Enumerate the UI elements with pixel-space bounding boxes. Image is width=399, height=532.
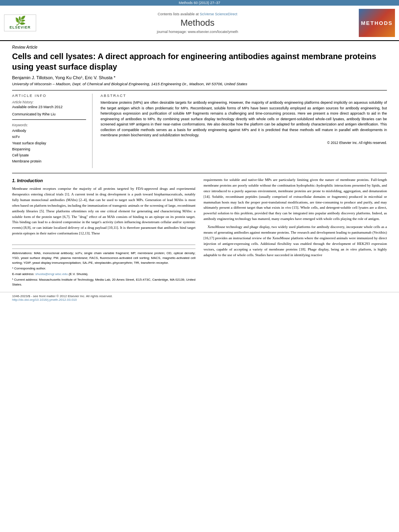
doi-line[interactable]: http://dx.doi.org/10.1016/j.ymeth.2012.0… <box>12 298 387 302</box>
corresponding-line: * Corresponding author. <box>12 266 195 271</box>
sciverse-link[interactable]: SciVerse ScienceDirect <box>200 12 238 16</box>
intro-para-1: Membrane resident receptors comprise the… <box>12 186 195 236</box>
body-section: 1. Introduction Membrane resident recept… <box>12 177 387 288</box>
body-right-para-2: XenoMouse technology and phage display, … <box>204 224 387 258</box>
review-article-label: Review Article <box>12 45 387 49</box>
authors-line: Benjamin J. Tillotson, Yong Ku Cho¹, Eri… <box>12 75 387 80</box>
main-content: Review Article Cells and cell lysates: A… <box>0 41 399 292</box>
intro-heading: 1. Introduction <box>12 177 195 184</box>
keyword-cell-lysate: Cell lysate <box>12 152 86 158</box>
sciverse-line: Contents lists available at SciVerse Sci… <box>40 12 355 16</box>
author-names: Benjamin J. Tillotson, Yong Ku Cho¹, Eri… <box>12 75 115 80</box>
journal-center-info: Contents lists available at SciVerse Sci… <box>40 12 355 34</box>
copyright-line: © 2012 Elsevier Inc. All rights reserved… <box>101 141 387 145</box>
journal-homepage: journal homepage: www.elsevier.com/locat… <box>40 30 355 34</box>
keywords-label: Keywords: <box>12 123 86 127</box>
body-col-left: 1. Introduction Membrane resident recept… <box>12 177 195 288</box>
elsevier-logo: 🌿 ELSEVIER <box>4 14 36 31</box>
corresponding-label: * Corresponding author. <box>12 267 46 270</box>
abbrev-block: Abbreviations: MAb, monoclonal antibody;… <box>12 251 195 265</box>
keyword-ysd: Yeast surface display <box>12 140 86 146</box>
available-online: Available online 23 March 2012 <box>12 105 86 109</box>
methods-logo: METHODS <box>359 9 395 37</box>
journal-issue-bar: Methods 60 (2013) 27–37 <box>0 0 399 6</box>
journal-title: Methods <box>40 18 355 28</box>
keywords-block: Keywords: Antibody scFv Yeast surface di… <box>12 123 86 165</box>
footnote-1: ¹ Current address: Massachusetts Institu… <box>12 277 195 287</box>
paper-title: Cells and cell lysates: A direct approac… <box>12 51 387 72</box>
article-history-block: Article history: Available online 23 Mar… <box>12 100 86 109</box>
keywords-list: Antibody scFv Yeast surface display Biop… <box>12 128 86 165</box>
divider-2 <box>12 173 387 173</box>
keyword-scfv: scFv <box>12 134 86 140</box>
platforms-word: platforms <box>56 209 70 213</box>
keyword-antibody: Antibody <box>12 128 86 134</box>
communicated-block: Communicated by Rihe Liu <box>12 112 86 116</box>
keyword-membrane-protein: Membrane protein <box>12 158 86 164</box>
divider-1 <box>12 90 387 90</box>
email-label: E-mail address: <box>12 272 35 276</box>
abstract-column: ABSTRACT Membrane proteins (MPs) are oft… <box>101 94 387 168</box>
history-label: Article history: <box>12 100 86 104</box>
divider-keywords <box>12 119 86 120</box>
affiliation: University of Wisconsin – Madison, Dept.… <box>12 82 387 86</box>
contents-label: Contents lists available at <box>158 12 199 16</box>
methods-logo-text: METHODS <box>361 20 393 26</box>
article-info-abstract-section: ARTICLE INFO Article history: Available … <box>12 94 387 168</box>
elsevier-tree-icon: 🌿 <box>6 16 34 25</box>
abbrev-text: MAb, monoclonal antibody; scFv, single c… <box>12 251 195 265</box>
communicated-by: Communicated by Rihe Liu <box>12 112 86 116</box>
bottom-bar: 1046-2023/$ - see front matter © 2012 El… <box>0 292 399 304</box>
article-info-column: ARTICLE INFO Article history: Available … <box>12 94 93 168</box>
article-info-header: ARTICLE INFO <box>12 94 86 98</box>
issue-text: Methods 60 (2013) 27–37 <box>179 1 220 5</box>
journal-header: 🌿 ELSEVIER Contents lists available at S… <box>0 6 399 41</box>
email-suffix: (E.V. Shusta). <box>69 272 88 276</box>
body-right-para-1: requirements for soluble and native-like… <box>204 177 387 222</box>
body-col-right: requirements for soluble and native-like… <box>204 177 387 288</box>
elsevier-name: ELSEVIER <box>6 25 34 29</box>
keyword-biopanning: Biopanning <box>12 146 86 152</box>
abbrev-label: Abbreviations: <box>12 251 33 255</box>
abstract-text: Membrane proteins (MPs) are often desira… <box>101 100 387 138</box>
abstract-header: ABSTRACT <box>101 94 387 98</box>
footnotes-area: Abbreviations: MAb, monoclonal antibody;… <box>12 249 195 287</box>
email-address[interactable]: shusta@engr.wisc.edu <box>35 272 68 276</box>
email-line: E-mail address: shusta@engr.wisc.edu (E.… <box>12 272 195 277</box>
issn-line: 1046-2023/$ - see front matter © 2012 El… <box>12 294 387 298</box>
